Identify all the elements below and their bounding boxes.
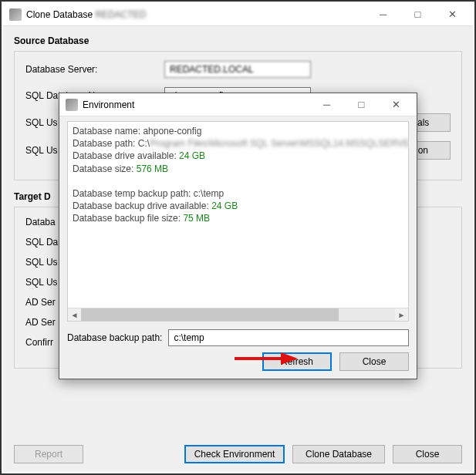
- check-environment-button[interactable]: Check Environment: [184, 445, 285, 463]
- main-titlebar: Clone Database REDACTED ─ □ ✕: [3, 3, 473, 26]
- close-window-button[interactable]: ✕: [435, 4, 470, 25]
- env-dbpath: Database path: C:\Program Files\Microsof…: [73, 137, 403, 150]
- report-button: Report: [14, 445, 83, 463]
- horizontal-scrollbar[interactable]: ◄ ►: [68, 308, 408, 321]
- modal-titlebar: Environment ─ □ ✕: [59, 93, 417, 116]
- backup-path-input[interactable]: [168, 329, 409, 346]
- clone-database-button[interactable]: Clone Database: [292, 445, 385, 463]
- backup-path-label: Database backup path:: [67, 332, 162, 343]
- window-controls: ─ □ ✕: [366, 4, 470, 25]
- modal-body: Database name: ahpone-config Database pa…: [59, 116, 417, 379]
- env-backup-size: Database backup file size: 75 MB: [73, 212, 403, 224]
- scroll-right-icon[interactable]: ►: [395, 308, 408, 322]
- modal-icon: [66, 99, 78, 111]
- close-button[interactable]: Close: [393, 445, 462, 463]
- env-drive-available: Database drive available: 24 GB: [73, 150, 403, 162]
- scroll-left-icon[interactable]: ◄: [68, 308, 81, 322]
- minimize-button[interactable]: ─: [366, 4, 400, 25]
- env-dbname: Database name: ahpone-config: [73, 125, 403, 137]
- bottom-bar: Report Check Environment Clone Database …: [3, 436, 473, 472]
- env-temp-path: Database temp backup path: c:\temp: [73, 187, 403, 200]
- app-icon: [9, 8, 22, 21]
- server-input[interactable]: [164, 61, 311, 78]
- modal-buttons: Refresh Close: [67, 352, 409, 371]
- environment-dialog: Environment ─ □ ✕ Database name: ahpone-…: [59, 93, 417, 379]
- source-heading: Source Database: [14, 35, 462, 46]
- backup-path-row: Database backup path:: [67, 329, 409, 346]
- env-backup-drive: Database backup drive available: 24 GB: [73, 200, 403, 212]
- environment-textarea[interactable]: Database name: ahpone-config Database pa…: [67, 121, 409, 322]
- scrollbar-thumb[interactable]: [81, 308, 339, 322]
- refresh-button[interactable]: Refresh: [262, 352, 332, 371]
- modal-maximize-button[interactable]: □: [344, 94, 379, 116]
- title-suffix: REDACTED: [95, 9, 146, 20]
- env-db-size: Database size: 576 MB: [73, 163, 403, 175]
- modal-title: Environment: [83, 99, 309, 110]
- modal-close-window-button[interactable]: ✕: [379, 94, 414, 116]
- maximize-button[interactable]: □: [400, 4, 435, 25]
- modal-minimize-button[interactable]: ─: [309, 94, 344, 116]
- modal-close-button[interactable]: Close: [339, 352, 409, 371]
- server-label: Database Server:: [25, 64, 164, 75]
- window-title: Clone Database REDACTED: [26, 9, 366, 20]
